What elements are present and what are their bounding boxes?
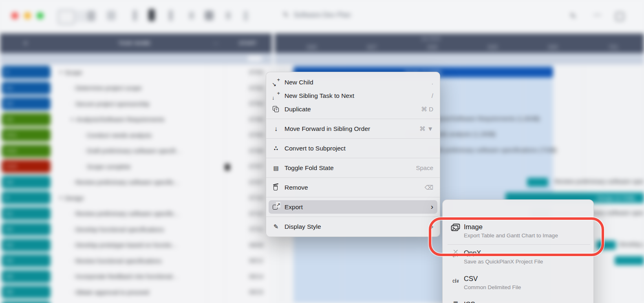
menu-item-remove[interactable]: Remove⌫ — [266, 181, 440, 194]
menu-item-shortcut: / — [432, 92, 433, 99]
task-number-badge: 3.5 — [2, 270, 51, 283]
task-start-date: 07/03 — [249, 64, 263, 80]
menu-divider — [266, 217, 440, 217]
close-button[interactable] — [11, 12, 18, 19]
toggle-fold-icon: ▤ — [272, 164, 280, 172]
tool-icon-2[interactable] — [76, 11, 87, 22]
menu-item-new-sibling[interactable]: ↓+New Sibling Task to Next/ — [266, 89, 440, 102]
task-row[interactable]: 3.3◦Develop prototype based on functio…0… — [0, 237, 274, 254]
tool-icon-7[interactable] — [169, 10, 173, 21]
new-task-pill[interactable] — [248, 55, 262, 61]
task-row[interactable]: 2.2◦Secure project sponsorship07/04 — [0, 96, 274, 112]
menu-item-export[interactable]: ↗Export› — [269, 200, 437, 214]
table-header: # TASK NAME ⋯ START — [0, 33, 274, 53]
tool-icon-1[interactable] — [58, 10, 75, 24]
task-number-badge: 3.1 — [2, 207, 51, 220]
submenu-item-text: ICS — [464, 300, 588, 303]
gantt-day-label: 6/27 — [360, 44, 384, 50]
submenu-chevron-icon: › — [431, 203, 433, 210]
menu-item-duplicate[interactable]: +Duplicate⌘ D — [266, 102, 440, 116]
gantt-bar-label: Draft preliminary software specification… — [430, 146, 557, 153]
task-row[interactable]: 2▾Scope07/03 — [0, 64, 274, 81]
task-row[interactable]: 3.5◦Incorporate feedback into functional… — [0, 269, 274, 285]
submenu-item-ics[interactable]: ▦ICSICS — [443, 296, 593, 303]
gantt-task-bar[interactable] — [527, 178, 548, 187]
task-number-badge: 2.3.2 — [2, 144, 51, 157]
tool-icon-5[interactable] — [133, 10, 137, 21]
traffic-lights — [11, 12, 44, 19]
milestone-marker — [225, 164, 230, 170]
tool-icon-3[interactable] — [87, 11, 95, 21]
task-row[interactable]: 2.4◦Review preliminary software specific… — [0, 175, 274, 191]
menu-item-shortcut: . — [432, 79, 433, 86]
context-menu: ↘+New Child.↓+New Sibling Task to Next/+… — [266, 72, 440, 237]
menu-item-shortcut: ⌘ ▼ — [419, 125, 433, 133]
task-row[interactable]: 3.7 — [0, 300, 274, 303]
fullscreen-icon[interactable] — [615, 12, 624, 21]
disclosure-triangle[interactable]: ▾ — [60, 69, 62, 75]
task-number-badge: 3.4 — [2, 254, 51, 267]
document-title-text: Software Dev Plan — [293, 11, 351, 19]
menu-item-convert-subproject[interactable]: ∴Convert to Subproject — [266, 142, 440, 155]
task-bullet: ◦ — [71, 290, 73, 294]
tool-icon-9[interactable] — [205, 11, 214, 20]
task-start-date: 06/09 — [249, 237, 263, 253]
tool-icon-4[interactable] — [107, 11, 116, 20]
task-name: ◦Develop prototype based on functio… — [71, 237, 178, 253]
tool-icon-10[interactable] — [226, 11, 231, 20]
menu-item-label: Toggle Fold State — [285, 164, 416, 172]
menu-item-label: Move Forward in Sibling Order — [285, 125, 419, 133]
move-forward-icon: ↓ — [272, 125, 280, 133]
export-icon: ↗ — [272, 203, 280, 211]
task-name: ◦Conduct needs analysis — [82, 127, 152, 143]
task-row[interactable]: 3▾Design07/10 — [0, 190, 274, 206]
task-row[interactable]: 3.2◦Develop functional specifications07/… — [0, 221, 274, 238]
tool-icon-8[interactable] — [189, 11, 194, 20]
task-name: ◦Review preliminary software specific… — [71, 175, 180, 190]
gantt-month-label: Jul 2023 — [274, 36, 588, 42]
gantt-task-bar[interactable] — [615, 256, 644, 265]
task-name: ◦Develop functional specifications — [71, 221, 164, 237]
task-row[interactable]: 2.3▾Analysis/Software Requirements07/05 — [0, 112, 274, 128]
task-row[interactable]: 3.4◦Review functional specifications06/1… — [0, 253, 274, 269]
disclosure-triangle[interactable]: ▾ — [60, 195, 62, 201]
task-start-date: 06/12 — [249, 253, 263, 269]
duplicate-icon: + — [272, 105, 280, 113]
task-start-date: 07/07 — [249, 159, 263, 175]
tool-icon-6[interactable] — [148, 9, 155, 21]
gantt-day-label: 6/29 — [481, 44, 505, 50]
annotate-icon[interactable]: ✎ — [570, 11, 576, 21]
ics-file-icon: ▦ICS — [448, 301, 464, 303]
minimize-panel-icon[interactable]: — — [593, 10, 601, 19]
task-start-date: 06/14 — [249, 269, 263, 285]
submenu-item-subtitle: Common Delimited File — [464, 283, 588, 291]
menu-item-toggle-fold[interactable]: ▤Toggle Fold StateSpace — [266, 161, 440, 175]
task-row[interactable]: 2.3.2◦Draft preliminary software specifi… — [0, 143, 274, 159]
task-bullet: ◦ — [82, 133, 84, 137]
task-row[interactable]: 3.1◦Review preliminary software specific… — [0, 206, 274, 222]
gantt-day-label: 7/01 — [601, 44, 626, 50]
task-row[interactable]: 2.3.3◦Scope complete07/07 — [0, 159, 274, 175]
zoom-button[interactable] — [37, 12, 44, 19]
task-row[interactable]: 3.6◦Obtain approval to proceed06/15 — [0, 284, 274, 301]
column-more[interactable]: ⋯ — [209, 33, 223, 53]
gantt-bar-label: Review preliminary software specificatio… — [554, 178, 644, 185]
column-task-name[interactable]: TASK NAME — [102, 33, 167, 53]
task-row[interactable]: 2.1◦Determine project scope07/03 — [0, 80, 274, 97]
menu-item-label: Convert to Subproject — [285, 145, 433, 152]
app-window: ✎ Software Dev Plan ✎ — # TASK NAME ⋯ ST… — [0, 0, 644, 303]
submenu-item-csv[interactable]: ,CSVCSVCommon Delimited File — [443, 270, 593, 296]
task-number-badge: 2.3.3 — [2, 160, 51, 173]
column-start[interactable]: START — [235, 33, 261, 53]
menu-item-new-child[interactable]: ↘+New Child. — [266, 75, 440, 89]
task-row[interactable]: 2.3.1◦Conduct needs analysis07/05 — [0, 127, 274, 144]
menu-item-display-style[interactable]: ✎Display Style› — [266, 220, 440, 233]
disclosure-triangle[interactable]: ▾ — [71, 117, 73, 122]
task-number-badge: 2 — [2, 66, 51, 79]
menu-item-shortcut: ⌘ D — [421, 106, 433, 113]
submenu-item-subtitle: Save as QuickPlanX Project File — [464, 258, 588, 265]
menu-item-move-forward[interactable]: ↓Move Forward in Sibling Order⌘ ▼ — [266, 122, 440, 135]
column-number[interactable]: # — [16, 33, 35, 53]
tool-icon-11[interactable] — [244, 11, 248, 21]
minimize-button[interactable] — [24, 12, 31, 19]
